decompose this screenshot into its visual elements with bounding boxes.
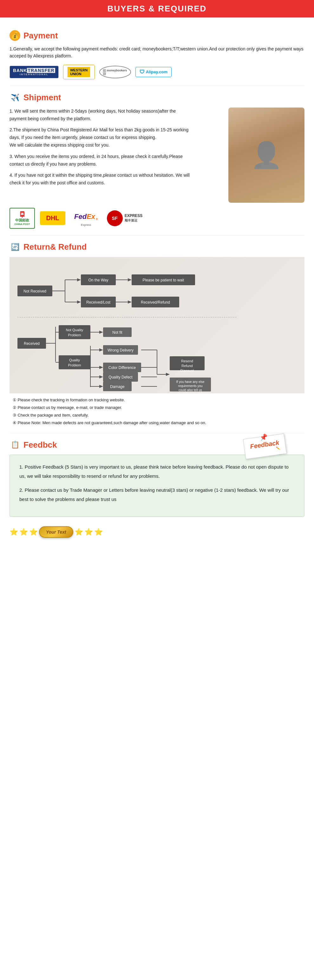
- svg-text:Not Quality: Not Quality: [66, 328, 83, 332]
- feedback-title: Feedbck: [24, 440, 57, 450]
- feedback-card-container: 📌 Feedback ✏️: [244, 436, 285, 457]
- sf-label: SF: [112, 216, 118, 221]
- refund-icon: 🔄: [10, 242, 20, 253]
- svg-marker-63: [166, 373, 170, 376]
- shipment-title: Shipment: [24, 93, 61, 102]
- svg-text:Wrong Delivery: Wrong Delivery: [108, 348, 133, 352]
- payment-icon: 💰: [10, 30, 20, 41]
- svg-text:Not Received: Not Received: [24, 289, 46, 293]
- payment-logos: BANKTRANSFER INTERNATIONAL WESTERNUNION …: [10, 65, 304, 79]
- moneybookers-label: ((( moneybookers ))): [103, 69, 127, 75]
- alipay-shield-icon: 🛡: [140, 69, 144, 75]
- your-text-banner: Your Text: [39, 526, 73, 538]
- fedex-ex: Ex: [87, 213, 95, 221]
- western-union-logo: WESTERNUNION: [63, 65, 95, 79]
- shipment-area: 1. We will sent the items within 2-5days…: [10, 108, 304, 203]
- svg-rect-34: [59, 355, 90, 369]
- refund-list-item-4: ④ Please Note: Men made defects are not …: [13, 419, 304, 426]
- fedex-sublabel: Express: [81, 223, 91, 226]
- sf-logo: SF EXPRESS顺丰速运: [107, 210, 143, 226]
- sf-circle: SF: [107, 210, 123, 226]
- payment-description: 1.Generally, we accept the following pay…: [10, 45, 304, 60]
- star-icon-4: ⭐: [75, 528, 83, 536]
- svg-text:If you have any else: If you have any else: [176, 380, 205, 383]
- chinapost-en: CHINA POST: [14, 223, 30, 226]
- sf-express-wrapper: SF EXPRESS顺丰速运: [107, 210, 143, 226]
- feedback-icon: 📋: [10, 439, 20, 450]
- fedex-registered: ®: [96, 218, 98, 221]
- shipment-point-3: 3. When you receive the items you ordere…: [10, 153, 193, 168]
- svg-text:Not fit: Not fit: [112, 330, 122, 335]
- refund-list-item-2: ② Please contact us by meesage, e-mail, …: [13, 404, 304, 411]
- svg-text:Quality: Quality: [69, 358, 80, 362]
- svg-marker-14: [77, 301, 81, 304]
- bank-transfer-sub: INTERNATIONAL: [20, 73, 49, 76]
- shipment-point-4: 4. If you have not got it within the shi…: [10, 172, 193, 187]
- feedback-content: 1. Positive Feedback (5 Stars) is very i…: [10, 455, 304, 517]
- svg-text:On the Way: On the Way: [89, 278, 108, 282]
- payment-title: Payment: [24, 31, 58, 41]
- svg-text:Color Difference: Color Difference: [108, 366, 136, 370]
- your-text-label: Your Text: [46, 530, 66, 535]
- chinapost-cn: 中国邮政: [15, 218, 29, 223]
- svg-text:Received/Refund: Received/Refund: [141, 300, 170, 305]
- refund-flowchart: Not Received On the Way Please be patien…: [10, 257, 304, 393]
- shipment-point-2: 2.The shipment by China Post Registered …: [10, 126, 193, 149]
- bank-transfer-main: BANKTRANSFER: [13, 68, 55, 73]
- page-header: BUYERS & REQUIRED: [0, 0, 314, 18]
- svg-marker-31: [99, 331, 103, 334]
- payment-section-header: 💰 Payment: [10, 30, 304, 41]
- feedback-card: 📌 Feedback ✏️: [243, 433, 287, 460]
- flowchart-svg: Not Received On the Way Please be patien…: [14, 257, 300, 393]
- star-icon-3: ⭐: [29, 528, 38, 536]
- svg-text:Please be patient to wait: Please be patient to wait: [143, 278, 184, 282]
- star-icon-5: ⭐: [84, 528, 93, 536]
- sf-express-text: EXPRESS顺丰速运: [125, 213, 143, 223]
- star-icon-2: ⭐: [19, 528, 28, 536]
- svg-rect-26: [59, 325, 90, 339]
- refund-list: ① Please check the tracking in formation…: [13, 396, 304, 426]
- bank-transfer-logo: BANKTRANSFER INTERNATIONAL: [10, 66, 59, 78]
- chinapost-logo: 📮 中国邮政 CHINA POST: [10, 208, 35, 229]
- svg-text:could also tell us: could also tell us: [179, 388, 202, 392]
- svg-rect-64: [170, 356, 205, 370]
- svg-text:Received: Received: [24, 341, 40, 346]
- feedback-wrapper: 📋 Feedbck 📌 Feedback ✏️ 1. Positive Feed…: [10, 439, 304, 538]
- western-union-inner: WESTERNUNION: [68, 67, 90, 77]
- feedback-text-2: 2. Please contact us by Trade Manager or…: [19, 486, 295, 504]
- pin-icon: 📌: [259, 433, 268, 442]
- shipment-point-1: 1. We will sent the items within 2-5days…: [10, 108, 193, 123]
- svg-text:Problem: Problem: [68, 333, 81, 337]
- alipay-logo: 🛡 Alipay.com: [135, 67, 171, 77]
- feedback-text-1: 1. Positive Feedback (5 Stars) is very i…: [19, 463, 295, 480]
- refund-section-header: 🔄 Return& Refund: [10, 242, 304, 253]
- svg-text:Received/Lost: Received/Lost: [86, 300, 111, 305]
- page-title: BUYERS & REQUIRED: [0, 4, 314, 14]
- fedex-fed: Fed: [74, 213, 87, 221]
- svg-text:Damage: Damage: [110, 385, 125, 389]
- fedex-logo: Fed Ex ®: [70, 210, 102, 223]
- svg-text:Quality Defect: Quality Defect: [108, 375, 133, 379]
- moneybookers-logo: ((( moneybookers ))): [99, 66, 131, 78]
- shipment-section-header: ✈️ Shipment: [10, 92, 304, 103]
- alipay-label: Alipay.com: [146, 70, 168, 74]
- refund-title: Return& Refund: [24, 242, 87, 252]
- svg-marker-5: [77, 278, 81, 282]
- svg-text:Discount: Discount: [181, 369, 194, 372]
- svg-text:Resend: Resend: [181, 359, 193, 363]
- svg-marker-50: [99, 375, 103, 379]
- dhl-logo: DHL: [40, 211, 65, 225]
- svg-text:Refund: Refund: [181, 364, 192, 368]
- chinapost-icon: 📮: [19, 211, 26, 218]
- dhl-label: DHL: [46, 215, 59, 221]
- svg-marker-54: [99, 385, 103, 388]
- refund-diagram-container: Not Received On the Way Please be patien…: [10, 257, 304, 393]
- svg-marker-42: [99, 348, 103, 352]
- svg-marker-9: [128, 278, 132, 282]
- fedex-logo-wrapper: Fed Ex ® Express: [70, 210, 102, 226]
- star-icon-1: ⭐: [10, 528, 18, 536]
- gold-banner: ⭐ ⭐ ⭐ Your Text ⭐ ⭐ ⭐: [10, 523, 103, 538]
- svg-text:requirements you: requirements you: [178, 384, 202, 388]
- refund-list-item-1: ① Please check the tracking in formation…: [13, 396, 304, 404]
- shipment-icon: ✈️: [10, 92, 20, 103]
